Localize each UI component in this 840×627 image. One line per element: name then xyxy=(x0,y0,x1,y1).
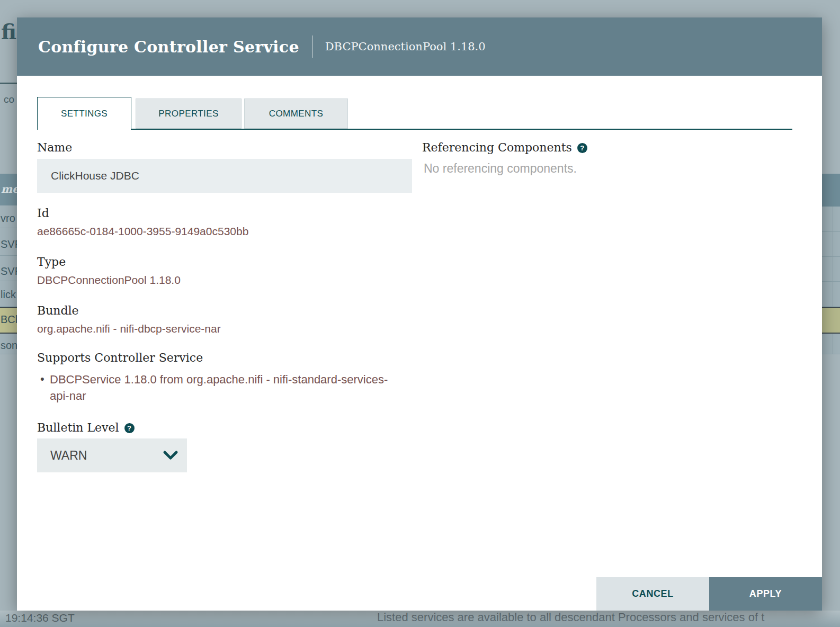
background-table-header-right xyxy=(822,174,840,207)
bullet-icon: • xyxy=(40,372,44,386)
referencing-components-label: Referencing Components? xyxy=(422,141,587,154)
clock-timestamp: 19:14:36 SGT xyxy=(5,612,75,624)
tab-underline xyxy=(37,129,792,130)
bulletin-level-value: WARN xyxy=(50,449,87,463)
row-divider xyxy=(822,281,840,282)
tab-settings[interactable]: SETTINGS xyxy=(37,97,131,130)
dialog-subtitle: DBCPConnectionPool 1.18.0 xyxy=(325,40,486,53)
name-input[interactable] xyxy=(37,159,412,193)
background-divider-line xyxy=(0,83,17,84)
supports-controller-service-item: DBCPService 1.18.0 from org.apache.nifi … xyxy=(50,371,404,404)
chevron-down-icon xyxy=(163,450,178,463)
table-row: vro xyxy=(1,212,15,225)
table-row: lick xyxy=(1,289,16,301)
type-value: DBCPConnectionPool 1.18.0 xyxy=(37,274,181,286)
help-icon[interactable]: ? xyxy=(577,143,587,153)
dialog-title: Configure Controller Service xyxy=(38,38,299,56)
row-divider xyxy=(0,228,17,228)
table-row: son xyxy=(1,339,17,352)
tab-bar: SETTINGS PROPERTIES COMMENTS xyxy=(37,97,792,131)
referencing-components-label-text: Referencing Components xyxy=(422,141,572,154)
background-tab-fragment: co xyxy=(4,94,14,105)
background-table-header-fragment: me xyxy=(1,183,19,195)
no-referencing-components-text: No referencing components. xyxy=(424,162,577,176)
table-row-selected-right xyxy=(822,307,840,334)
bulletin-level-label-text: Bulletin Level xyxy=(37,421,119,434)
table-row-selected-fragment: BCl xyxy=(1,314,17,326)
cancel-button[interactable]: CANCEL xyxy=(596,577,709,611)
row-divider xyxy=(822,354,840,354)
dialog-header: Configure Controller Service DBCPConnect… xyxy=(17,17,822,76)
row-divider xyxy=(0,306,17,307)
configure-controller-service-dialog: Configure Controller Service DBCPConnect… xyxy=(17,17,822,611)
id-label: Id xyxy=(37,207,49,220)
tab-comments[interactable]: COMMENTS xyxy=(244,98,348,129)
id-value: ae86665c-0184-1000-3955-9149a0c530bb xyxy=(37,225,248,238)
supports-controller-service-label: Supports Controller Service xyxy=(37,351,203,364)
title-separator xyxy=(312,35,312,58)
bulletin-level-label: Bulletin Level? xyxy=(37,421,135,434)
type-label: Type xyxy=(37,255,66,268)
row-divider xyxy=(0,255,17,256)
footer-help-text: Listed services are available to all des… xyxy=(377,611,764,624)
bundle-value: org.apache.nifi - nifi-dbcp-service-nar xyxy=(37,323,221,335)
bundle-label: Bundle xyxy=(37,304,79,317)
row-divider xyxy=(822,231,840,232)
name-label: Name xyxy=(37,141,72,154)
apply-button[interactable]: APPLY xyxy=(709,577,822,611)
row-divider xyxy=(0,281,17,281)
row-divider xyxy=(822,306,840,307)
row-divider xyxy=(0,354,17,354)
tab-properties[interactable]: PROPERTIES xyxy=(136,98,242,129)
help-icon[interactable]: ? xyxy=(124,423,135,433)
bulletin-level-dropdown[interactable]: WARN xyxy=(37,438,187,472)
row-divider xyxy=(822,256,840,257)
